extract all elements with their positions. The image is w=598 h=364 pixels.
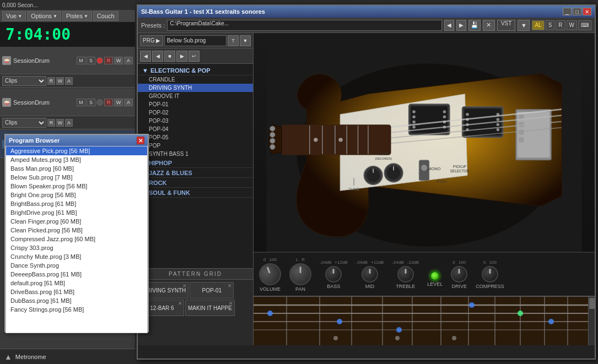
clips-select-2[interactable]: Clips bbox=[2, 118, 46, 128]
browser-item-3[interactable]: Below Sub.prog [7 MB] bbox=[6, 173, 147, 182]
browser-item-16[interactable]: DriveBass.prog [61 MB] bbox=[6, 287, 147, 296]
tree-item-pop05[interactable]: POP-05 bbox=[138, 133, 253, 142]
track-1-name: SessionDrum bbox=[13, 57, 77, 64]
read-button-2[interactable]: R bbox=[104, 99, 113, 106]
write-button-1[interactable]: W bbox=[114, 57, 123, 64]
record-button-1[interactable] bbox=[96, 57, 103, 64]
browser-item-1[interactable]: Amped Mutes.prog [3 MB] bbox=[6, 155, 147, 164]
browser-item-2[interactable]: Bass Man.prog [60 MB] bbox=[6, 164, 147, 173]
volume-range: 0 100 bbox=[263, 257, 277, 262]
tree-item-pop02[interactable]: POP-02 bbox=[138, 108, 253, 117]
preset-prev-button[interactable]: ◀ bbox=[444, 20, 454, 31]
browser-item-6[interactable]: BrightBass.prog [61 MB] bbox=[6, 199, 147, 208]
preset-next-button[interactable]: ▶ bbox=[456, 20, 466, 31]
a-btn-1[interactable]: A bbox=[65, 77, 73, 85]
browser-item-15[interactable]: default.prog [61 MB] bbox=[6, 279, 147, 287]
a-btn-2[interactable]: A bbox=[65, 119, 73, 127]
pattern-close-icon[interactable]: ✕ bbox=[228, 283, 232, 289]
browser-close-button[interactable]: ✕ bbox=[137, 137, 144, 144]
tree-category-electronic[interactable]: ▼ ELECTRONIC & POP bbox=[138, 66, 253, 75]
browser-item-0[interactable]: Aggressive Pick.prog [56 MB] bbox=[6, 146, 147, 155]
mute-button-1[interactable]: M bbox=[77, 57, 85, 64]
rec-button-2[interactable] bbox=[96, 99, 103, 106]
keyboard-button[interactable]: ⌨ bbox=[578, 20, 591, 30]
treble-knob[interactable] bbox=[397, 266, 414, 282]
browser-item-4[interactable]: Blown Speaker.prog [56 MB] bbox=[6, 182, 147, 191]
tree-category-rock[interactable]: ▶ ROCK bbox=[138, 178, 253, 188]
nav-prev-button[interactable]: ◀ bbox=[152, 51, 163, 62]
archive-button-2[interactable]: A bbox=[124, 99, 133, 106]
tree-item-pop03[interactable]: POP-03 bbox=[138, 117, 253, 125]
s-button[interactable]: S bbox=[546, 20, 555, 30]
pattern-pop01[interactable]: ✕ POP-01 bbox=[190, 282, 234, 298]
pattern-makin[interactable]: ✕ MAKIN IT HAPPE bbox=[185, 300, 235, 316]
drive-knob[interactable] bbox=[451, 266, 467, 282]
tree-category-hiphop[interactable]: ▶ HIPHOP bbox=[138, 158, 253, 168]
w-btn-2[interactable]: W bbox=[56, 119, 64, 127]
browser-item-18[interactable]: Fancy Strings.prog [56 MB] bbox=[6, 305, 147, 314]
maximize-button[interactable]: □ bbox=[573, 8, 581, 15]
browser-item-13[interactable]: Dance Synth.prog bbox=[6, 261, 147, 270]
pattern-close-icon[interactable]: ✕ bbox=[229, 301, 233, 306]
write-button-2[interactable]: W bbox=[114, 99, 123, 106]
clips-select-1[interactable]: Clips bbox=[2, 76, 46, 86]
tree-category-soul[interactable]: ▶ SOUL & FUNK bbox=[138, 188, 253, 198]
preset-menu-button[interactable]: ▼ bbox=[518, 20, 530, 31]
menu-pistes[interactable]: Pistes ▼ bbox=[62, 11, 92, 21]
nav-forward-button[interactable]: ↩ bbox=[188, 51, 200, 62]
preset-type-arrow[interactable]: ▼ bbox=[240, 35, 251, 46]
w-button[interactable]: W bbox=[567, 20, 577, 30]
tree-item-pop[interactable]: POP bbox=[138, 142, 253, 150]
browser-item-7[interactable]: BrightDrive.prog [61 MB] bbox=[6, 208, 147, 217]
compress-knob[interactable] bbox=[482, 266, 498, 282]
r-btn-2[interactable]: R bbox=[47, 119, 55, 127]
menu-options[interactable]: Options ▼ bbox=[27, 11, 61, 21]
read-button-1[interactable]: R bbox=[104, 57, 113, 64]
preset-delete-button[interactable]: ✕ bbox=[483, 20, 495, 31]
r-btn-1[interactable]: R bbox=[47, 77, 55, 85]
tree-item-groove[interactable]: GROOVE IT bbox=[138, 92, 253, 100]
pattern-close-icon[interactable]: ✕ bbox=[182, 283, 187, 289]
menu-vue[interactable]: Vue ▼ bbox=[2, 11, 26, 21]
volume-knob[interactable] bbox=[256, 260, 284, 288]
r-button[interactable]: R bbox=[556, 20, 565, 30]
browser-item-8[interactable]: Clean Finger.prog [60 MB] bbox=[6, 217, 147, 226]
bass-knob-group: -24dB +12dB BASS bbox=[320, 260, 348, 289]
nav-back-button[interactable]: ◀ bbox=[140, 51, 151, 62]
mute-button-2[interactable]: M bbox=[77, 99, 85, 106]
nav-stop-button[interactable]: ■ bbox=[164, 51, 175, 62]
browser-list[interactable]: Aggressive Pick.prog [56 MB] Amped Mutes… bbox=[6, 146, 148, 333]
browser-item-12[interactable]: Crunchy Mute.prog [3 MB] bbox=[6, 252, 147, 261]
al-button[interactable]: AL bbox=[532, 20, 544, 30]
preset-panel: PRG ▶ Below Sub.prog T ▼ ◀ ◀ ■ ▶ ↩ bbox=[138, 33, 254, 345]
pan-knob[interactable] bbox=[289, 263, 311, 285]
pattern-close-icon[interactable]: ✕ bbox=[178, 301, 182, 306]
mid-knob[interactable] bbox=[362, 266, 378, 282]
minimize-button[interactable]: _ bbox=[563, 8, 572, 15]
browser-item-9[interactable]: Clean Picked.prog [56 MB] bbox=[6, 226, 147, 235]
bass-knob[interactable] bbox=[325, 266, 342, 282]
tree-item-pop04[interactable]: POP-04 bbox=[138, 125, 253, 133]
browser-item-11[interactable]: Crispy 303.prog bbox=[6, 243, 147, 252]
prg-label[interactable]: PRG ▶ bbox=[140, 35, 163, 46]
browser-item-17[interactable]: DubBass.prog [61 MB] bbox=[6, 296, 147, 305]
nav-play-button[interactable]: ▶ bbox=[176, 51, 187, 62]
tree-item-crandle[interactable]: CRANDLE bbox=[138, 75, 253, 84]
browser-item-14[interactable]: DeeeepBass.prog [61 MB] bbox=[6, 270, 147, 279]
solo-button-1[interactable]: S bbox=[87, 57, 95, 64]
archive-button-1[interactable]: A bbox=[124, 57, 133, 64]
menu-couch[interactable]: Couch bbox=[93, 11, 118, 21]
tree-item-synth-bass[interactable]: SYNTH BASS 1 bbox=[138, 150, 253, 158]
tree-item-pop01[interactable]: POP-01 bbox=[138, 100, 253, 108]
vst-button[interactable]: VST bbox=[497, 20, 515, 31]
preset-type-t[interactable]: T bbox=[228, 35, 239, 46]
close-button[interactable]: ✕ bbox=[583, 8, 591, 15]
browser-item-10[interactable]: Compressed Jazz.prog [60 MB] bbox=[6, 235, 147, 243]
tree-item-driving-synth[interactable]: DRIVING SYNTH bbox=[138, 84, 253, 92]
preset-save-button[interactable]: 💾 bbox=[468, 20, 481, 31]
solo-button-2[interactable]: S bbox=[87, 99, 95, 106]
w-btn-1[interactable]: W bbox=[56, 77, 64, 85]
fretboard-scrollbar[interactable] bbox=[588, 297, 595, 345]
browser-item-5[interactable]: Bright One.prog [56 MB] bbox=[6, 191, 147, 199]
tree-category-jazz[interactable]: ▶ JAZZ & BLUES bbox=[138, 168, 253, 178]
